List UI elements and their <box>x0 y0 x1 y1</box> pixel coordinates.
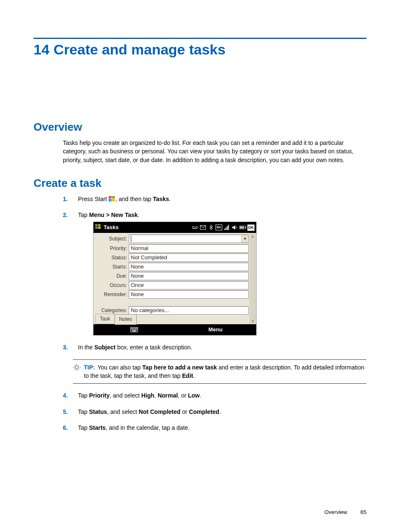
step-4: 4. Tap Priority, and select High, Normal… <box>63 391 366 400</box>
svg-rect-14 <box>227 226 228 230</box>
lightbulb-icon <box>73 364 81 380</box>
scrollbar[interactable]: ▴ ▾ <box>249 233 256 324</box>
device-titlebar: Tasks 3G OK <box>94 222 256 233</box>
svg-rect-5 <box>98 224 101 226</box>
svg-rect-26 <box>136 328 137 329</box>
svg-point-33 <box>75 366 78 369</box>
svg-rect-30 <box>135 329 136 330</box>
chapter-number: 14 <box>34 41 49 57</box>
subject-input[interactable]: ▼ <box>129 235 249 243</box>
svg-rect-24 <box>134 328 135 329</box>
tip-label: TIP: <box>84 364 95 371</box>
page-footer: Overview 65 <box>325 509 366 515</box>
step-3: 3. In the Subject box, enter a task desc… <box>63 343 366 351</box>
tab-notes[interactable]: Notes <box>114 314 137 325</box>
svg-rect-6 <box>95 227 98 229</box>
bluetooth-icon <box>208 225 214 230</box>
section-overview-heading: Overview <box>34 121 366 134</box>
keyboard-icon <box>130 327 138 332</box>
step-number: 5. <box>63 408 68 416</box>
menu-button[interactable]: Menu <box>175 326 256 334</box>
svg-rect-29 <box>134 329 135 330</box>
field-label-priority: Priority: <box>94 245 129 252</box>
tip-box: TIP:You can also tap Tap here to add a n… <box>73 359 366 384</box>
battery-icon <box>239 225 246 230</box>
svg-point-9 <box>195 227 197 229</box>
svg-line-39 <box>79 365 80 366</box>
ok-button[interactable]: OK <box>247 225 255 231</box>
svg-rect-2 <box>109 199 112 201</box>
windows-start-icon <box>109 196 115 202</box>
field-label-categories: Categories: <box>94 307 129 314</box>
field-label-due: Due: <box>94 273 129 280</box>
scroll-up-icon[interactable]: ▴ <box>252 234 254 238</box>
envelope-icon <box>200 225 206 230</box>
occurs-input[interactable]: Once <box>129 281 249 289</box>
svg-rect-12 <box>224 229 225 230</box>
field-label-subject: Subject: <box>94 235 129 243</box>
step-6: 6. Tap Starts, and in the calendar, tap … <box>63 424 366 432</box>
status-input[interactable]: Not Completed <box>129 253 249 262</box>
svg-rect-27 <box>131 329 132 330</box>
step-number: 4. <box>63 391 68 400</box>
due-input[interactable]: None <box>129 272 249 280</box>
chapter-title: Create and manage tasks <box>54 41 226 57</box>
chapter-heading: 14Create and manage tasks <box>34 41 366 58</box>
svg-line-40 <box>74 369 75 370</box>
windows-flag-icon <box>95 224 101 232</box>
section-create-heading: Create a task <box>34 177 366 190</box>
voicemail-icon <box>192 225 198 230</box>
svg-rect-3 <box>112 199 115 201</box>
3g-icon: 3G <box>216 225 222 230</box>
svg-rect-32 <box>132 331 136 331</box>
svg-rect-4 <box>95 224 98 226</box>
field-label-occurs: Occurs: <box>94 282 129 289</box>
field-label-reminder: Reminder: <box>94 291 129 298</box>
reminder-input[interactable]: None <box>129 290 249 299</box>
text-cursor <box>131 236 131 242</box>
footer-section: Overview <box>325 509 347 515</box>
svg-point-8 <box>192 227 194 229</box>
scroll-down-icon[interactable]: ▾ <box>252 319 254 323</box>
svg-rect-17 <box>240 227 241 229</box>
step-number: 2. <box>63 211 68 219</box>
svg-rect-15 <box>228 225 229 230</box>
svg-line-41 <box>79 369 80 370</box>
svg-rect-22 <box>131 328 132 329</box>
signal-icon <box>223 225 230 230</box>
svg-line-38 <box>74 365 75 366</box>
svg-rect-31 <box>136 329 137 330</box>
categories-input[interactable]: No categories... <box>129 306 249 315</box>
speaker-icon <box>231 225 238 230</box>
priority-input[interactable]: Normal <box>129 244 249 253</box>
dropdown-icon[interactable]: ▼ <box>242 235 248 243</box>
svg-rect-19 <box>243 227 244 229</box>
svg-rect-0 <box>109 196 112 199</box>
svg-rect-18 <box>241 227 242 229</box>
status-icons: 3G OK <box>192 225 255 231</box>
field-label-starts: Starts: <box>94 263 129 271</box>
step-5: 5. Tap Status, and select Not Completed … <box>63 408 366 416</box>
device-screenshot: Tasks 3G OK <box>93 222 257 336</box>
step-number: 3. <box>63 343 68 351</box>
step-2: 2. Tap Menu > New Task. Tasks 3G <box>63 211 366 336</box>
step-number: 1. <box>63 195 68 203</box>
tab-task[interactable]: Task <box>95 314 115 324</box>
svg-rect-28 <box>132 329 133 330</box>
svg-rect-20 <box>245 227 246 228</box>
page-number: 65 <box>361 509 366 515</box>
svg-rect-25 <box>135 328 136 329</box>
svg-rect-23 <box>132 328 133 329</box>
step-1: 1. Press Start , and then tap Tasks. <box>63 195 366 203</box>
starts-input[interactable]: None <box>129 263 249 271</box>
svg-rect-1 <box>112 196 115 199</box>
step-number: 6. <box>63 424 68 432</box>
svg-rect-7 <box>98 227 101 229</box>
field-label-status: Status: <box>94 254 129 261</box>
device-title: Tasks <box>104 224 119 232</box>
overview-body: Tasks help you create an organized to-do… <box>63 139 365 164</box>
svg-rect-13 <box>226 227 226 230</box>
keyboard-button[interactable] <box>94 327 175 332</box>
